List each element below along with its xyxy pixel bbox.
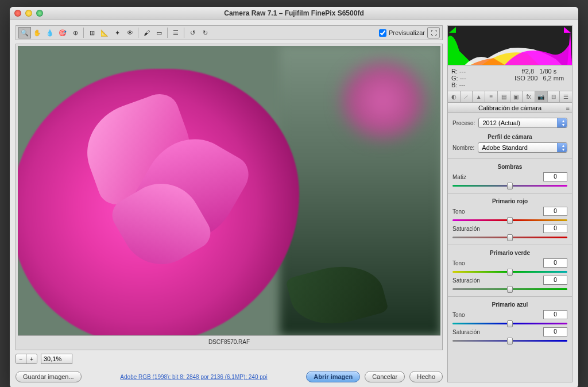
zoom-tool-icon[interactable]: 🔍 [18, 27, 31, 38]
rgb-r: R: --- [451, 68, 510, 75]
save-button[interactable]: Guardar imagen... [16, 371, 82, 382]
bottom-row: Guardar imagen... Adobe RGB (1998); bit … [16, 371, 443, 382]
slider-thumb[interactable] [507, 234, 513, 241]
highlight-clip-icon[interactable] [564, 27, 571, 33]
window-title: Camera Raw 7.1 – Fujifilm FinePix S6500f… [10, 9, 578, 17]
process-label: Proceso: [452, 120, 475, 126]
adjustment-brush-icon[interactable]: 🖌 [140, 27, 153, 38]
red-hue-slider: Tono 0 [452, 207, 567, 223]
tab-calibration-icon[interactable]: 📷 [535, 91, 548, 102]
red-hue-value[interactable]: 0 [543, 207, 567, 216]
color-sampler-icon[interactable]: 🎯 [56, 27, 69, 38]
red-sat-value[interactable]: 0 [543, 224, 567, 233]
zoom-stepper: − + [16, 354, 37, 364]
process-select[interactable]: 2012 (Actual) ▴▾ [478, 118, 567, 128]
name-label: Nombre: [452, 145, 474, 151]
green-hue-value[interactable]: 0 [543, 258, 567, 268]
slider-thumb[interactable] [507, 217, 513, 224]
shadows-tint-track[interactable] [452, 183, 567, 188]
photo-preview[interactable] [18, 46, 440, 335]
shadows-header: Sombras [452, 164, 567, 170]
profile-name-select[interactable]: Adobe Standard ▴▾ [478, 142, 567, 153]
red-sat-track[interactable] [452, 234, 567, 240]
crop-tool-icon[interactable]: ⊞ [86, 27, 98, 38]
blue-hue-value[interactable]: 0 [543, 310, 567, 319]
slider-thumb[interactable] [507, 269, 513, 276]
red-sat-label: Saturación [452, 226, 480, 232]
tab-basic-icon[interactable]: ◐ [448, 91, 461, 102]
aperture: f/2,8 [522, 68, 534, 75]
shadow-clip-icon[interactable] [449, 27, 456, 33]
exif-info: R: --- G: --- B: --- f/2,8 1/80 s ISO 20… [447, 65, 572, 91]
preview-label: Previsualizar [389, 29, 425, 36]
divider [448, 193, 572, 194]
histogram[interactable] [447, 25, 572, 65]
targeted-adjust-icon[interactable]: ⊕ [69, 27, 82, 38]
chevron-updown-icon: ▴▾ [562, 119, 564, 127]
rotate-cw-icon[interactable]: ↻ [199, 27, 211, 38]
slider-thumb[interactable] [507, 320, 513, 327]
open-button[interactable]: Abrir imagen [306, 371, 360, 382]
blue-sat-label: Saturación [452, 329, 480, 335]
svg-marker-0 [449, 27, 456, 33]
blue-sat-track[interactable] [452, 338, 567, 343]
zoom-out-button[interactable]: − [16, 354, 26, 363]
slider-thumb[interactable] [507, 338, 513, 345]
camera-raw-window: Camera Raw 7.1 – Fujifilm FinePix S6500f… [10, 7, 578, 387]
tab-detail-icon[interactable]: ▲ [473, 91, 485, 102]
green-hue-track[interactable] [452, 269, 567, 274]
tab-lens-icon[interactable]: ▣ [510, 91, 523, 102]
tab-hsl-icon[interactable]: ≡ [485, 91, 498, 102]
zoom-level-select[interactable]: 30,1% [41, 354, 72, 364]
left-column: 🔍 ✋ 💧 🎯 ⊕ ⊞ 📐 ✦ 👁 🖌 ▭ ☰ ↺ ↻ [16, 25, 443, 382]
red-hue-track[interactable] [452, 217, 567, 223]
slider-thumb[interactable] [507, 286, 513, 293]
red-header: Primario rojo [452, 198, 567, 204]
divider [448, 296, 572, 297]
process-value: 2012 (Actual) [482, 119, 520, 126]
separator [138, 28, 138, 38]
workflow-options-link[interactable]: Adobe RGB (1998); bit 8; 2848 por 2136 (… [120, 374, 267, 380]
preview-checkbox[interactable]: Previsualizar [379, 29, 425, 37]
tab-split-icon[interactable]: ▤ [498, 91, 510, 102]
zoom-in-button[interactable]: + [26, 354, 37, 363]
shadows-tint-slider: Matiz 0 [452, 172, 567, 188]
red-sat-slider: Saturación 0 [452, 224, 567, 240]
spot-removal-icon[interactable]: ✦ [111, 27, 123, 38]
photo-bg-flower [343, 63, 423, 138]
hand-tool-icon[interactable]: ✋ [31, 27, 44, 38]
tab-curve-icon[interactable]: ⟋ [461, 91, 473, 102]
filename-bar: DSCF8570.RAF [18, 335, 440, 348]
panel-menu-icon[interactable]: ≡ [566, 105, 570, 111]
shadows-tint-value[interactable]: 0 [543, 172, 567, 181]
rotate-ccw-icon[interactable]: ↺ [186, 27, 199, 38]
right-column: R: --- G: --- B: --- f/2,8 1/80 s ISO 20… [447, 25, 572, 382]
panel-title-bar: Calibración de cámara ≡ [447, 103, 572, 113]
shadows-tint-label: Matiz [452, 174, 466, 180]
blue-hue-label: Tono [452, 312, 465, 318]
straighten-tool-icon[interactable]: 📐 [98, 27, 111, 38]
green-sat-value[interactable]: 0 [543, 276, 567, 285]
fullscreen-icon[interactable]: ⛶ [427, 27, 440, 38]
blue-header: Primario azul [452, 301, 567, 308]
white-balance-tool-icon[interactable]: 💧 [44, 27, 56, 38]
tab-snapshots-icon[interactable]: ☰ [560, 91, 572, 102]
toolbar: 🔍 ✋ 💧 🎯 ⊕ ⊞ 📐 ✦ 👁 🖌 ▭ ☰ ↺ ↻ [16, 25, 443, 40]
blue-sat-value[interactable]: 0 [543, 327, 567, 336]
redeye-tool-icon[interactable]: 👁 [123, 27, 136, 38]
separator [184, 28, 184, 38]
titlebar: Camera Raw 7.1 – Fujifilm FinePix S6500f… [10, 7, 578, 20]
cancel-button[interactable]: Cancelar [365, 371, 405, 382]
green-sat-track[interactable] [452, 286, 567, 292]
shutter: 1/80 s [539, 68, 556, 75]
graduated-filter-icon[interactable]: ▭ [153, 27, 165, 38]
red-hue-label: Tono [452, 208, 465, 215]
tab-effects-icon[interactable]: fx [523, 91, 535, 102]
preview-checkbox-input[interactable] [379, 29, 386, 37]
preview-area: DSCF8570.RAF [16, 44, 443, 350]
done-button[interactable]: Hecho [409, 371, 443, 382]
slider-thumb[interactable] [507, 183, 513, 189]
blue-hue-track[interactable] [452, 320, 567, 326]
preferences-icon[interactable]: ☰ [169, 27, 182, 38]
tab-presets-icon[interactable]: ⊟ [548, 91, 560, 102]
